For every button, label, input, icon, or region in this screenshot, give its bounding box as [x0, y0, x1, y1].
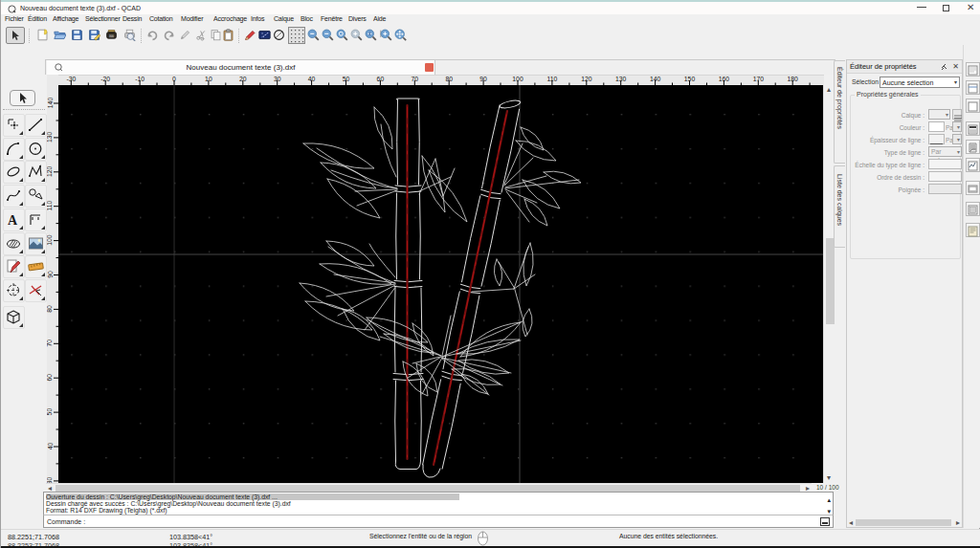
- svg-text:-30: -30: [66, 76, 76, 82]
- svg-text:30: 30: [274, 76, 281, 82]
- svg-text:70: 70: [47, 340, 54, 347]
- svg-text:80: 80: [47, 305, 54, 313]
- svg-text:90: 90: [479, 76, 487, 82]
- svg-text:100: 100: [512, 76, 523, 82]
- svg-text:120: 120: [581, 76, 592, 82]
- svg-text:0: 0: [172, 76, 176, 82]
- svg-text:110: 110: [47, 201, 54, 211]
- svg-text:300: 300: [109, 34, 114, 38]
- svg-text:60: 60: [47, 374, 54, 382]
- svg-text:70: 70: [412, 76, 419, 82]
- svg-text:140: 140: [47, 98, 54, 109]
- svg-text:A: A: [8, 213, 18, 228]
- svg-text:140: 140: [650, 76, 661, 82]
- svg-text:60: 60: [377, 76, 385, 82]
- svg-text:130: 130: [615, 76, 627, 82]
- svg-text:180: 180: [788, 76, 799, 82]
- svg-text:80: 80: [445, 76, 453, 82]
- svg-text:20: 20: [239, 76, 247, 82]
- svg-text:10: 10: [205, 76, 212, 82]
- svg-text:120: 120: [47, 165, 54, 177]
- svg-text:110: 110: [546, 76, 557, 82]
- svg-text:130: 130: [47, 132, 54, 143]
- svg-text:160: 160: [719, 76, 730, 82]
- svg-text:-20: -20: [100, 76, 110, 82]
- svg-text:50: 50: [343, 76, 350, 82]
- svg-text:150: 150: [684, 76, 696, 82]
- svg-text:-10: -10: [135, 76, 145, 82]
- svg-text:40: 40: [47, 443, 54, 450]
- svg-text:40: 40: [308, 76, 316, 82]
- svg-text:90: 90: [47, 271, 54, 278]
- svg-text:50: 50: [47, 408, 54, 416]
- svg-text:100: 100: [47, 234, 54, 246]
- svg-text:170: 170: [753, 76, 765, 82]
- svg-text:30: 30: [47, 476, 54, 483]
